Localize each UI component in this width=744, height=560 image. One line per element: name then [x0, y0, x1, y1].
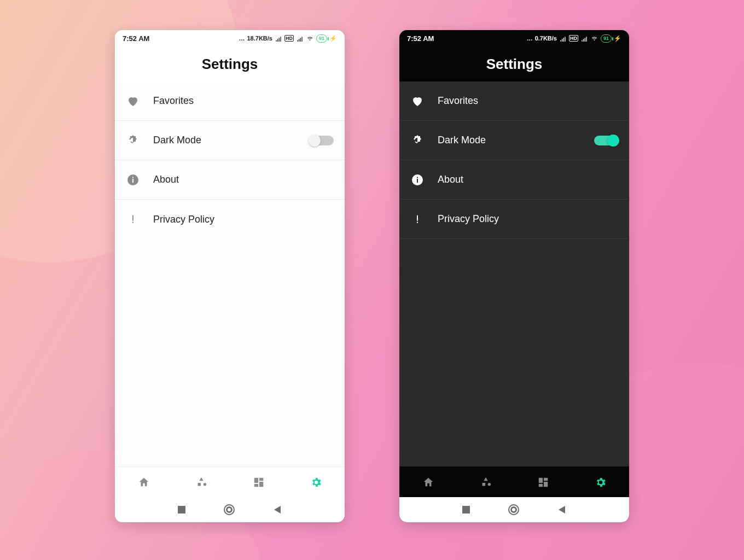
- row-label: Privacy Policy: [153, 214, 334, 225]
- signal-icon: [275, 35, 282, 42]
- dashboard-icon: [537, 476, 549, 488]
- row-label: Privacy Policy: [438, 213, 618, 225]
- charging-icon: ⚡: [329, 35, 337, 42]
- svg-rect-10: [462, 506, 470, 514]
- status-net: 18.7KB/s: [247, 35, 272, 42]
- back-icon[interactable]: [557, 505, 566, 514]
- settings-row-privacy[interactable]: Privacy Policy: [399, 200, 629, 239]
- row-label: Favorites: [438, 95, 618, 107]
- row-label: Dark Mode: [153, 135, 297, 146]
- settings-row-privacy[interactable]: Privacy Policy: [115, 200, 345, 239]
- row-label: About: [153, 174, 334, 185]
- wifi-icon: [306, 35, 314, 42]
- heart-icon: [410, 94, 425, 108]
- status-right: … 18.7KB/s HD 91 ⚡: [239, 34, 338, 43]
- back-icon[interactable]: [273, 505, 282, 514]
- nav-home[interactable]: [399, 476, 457, 488]
- info-icon: [126, 173, 140, 187]
- gear-icon: [595, 476, 607, 488]
- home-button-icon[interactable]: [224, 504, 235, 515]
- phone-light: 7:52 AM … 18.7KB/s HD 91 ⚡ Settings Favo…: [115, 30, 345, 522]
- signal-icon: [580, 35, 588, 42]
- nav-home[interactable]: [115, 476, 172, 488]
- system-nav: [399, 497, 629, 522]
- nav-category[interactable]: [457, 476, 514, 488]
- settings-row-favorites[interactable]: Favorites: [115, 81, 345, 121]
- battery-icon: 91: [316, 34, 327, 43]
- brightness-icon: [126, 133, 140, 148]
- brightness-icon: [410, 133, 425, 148]
- settings-row-about[interactable]: About: [399, 160, 629, 200]
- settings-list: Favorites Dark Mode About Privacy Policy: [399, 81, 629, 466]
- system-nav: [115, 497, 345, 522]
- row-label: About: [438, 174, 618, 185]
- home-icon: [138, 476, 150, 488]
- page-title: Settings: [115, 46, 345, 81]
- page-title: Settings: [399, 46, 629, 81]
- settings-row-dark-mode[interactable]: Dark Mode: [115, 121, 345, 160]
- recents-icon[interactable]: [462, 506, 470, 514]
- gear-icon: [310, 476, 322, 488]
- category-icon: [195, 476, 207, 488]
- priority-icon: [410, 212, 425, 226]
- svg-marker-11: [559, 506, 565, 514]
- dashboard-icon: [253, 476, 265, 488]
- wifi-icon: [590, 35, 598, 42]
- category-icon: [480, 476, 492, 488]
- settings-row-dark-mode[interactable]: Dark Mode: [399, 121, 629, 160]
- settings-row-favorites[interactable]: Favorites: [399, 81, 629, 121]
- status-time: 7:52 AM: [123, 34, 149, 43]
- status-bar: 7:52 AM … 18.7KB/s HD 91 ⚡: [115, 30, 345, 46]
- bottom-nav: [115, 466, 345, 497]
- settings-list: Favorites Dark Mode About Privacy Policy: [115, 81, 345, 466]
- bottom-nav: [399, 466, 629, 497]
- heart-icon: [126, 94, 140, 108]
- priority-icon: [126, 212, 140, 226]
- settings-row-about[interactable]: About: [115, 160, 345, 200]
- signal-icon: [559, 35, 567, 42]
- svg-marker-9: [274, 506, 281, 514]
- nav-dashboard[interactable]: [514, 476, 572, 488]
- info-icon: [410, 173, 425, 187]
- row-label: Favorites: [153, 95, 334, 107]
- dark-mode-toggle[interactable]: [310, 136, 334, 145]
- phones-container: 7:52 AM … 18.7KB/s HD 91 ⚡ Settings Favo…: [0, 0, 744, 522]
- home-icon: [422, 476, 434, 488]
- status-bar: 7:52 AM … 0.7KB/s HD 91 ⚡: [399, 30, 629, 46]
- charging-icon: ⚡: [614, 35, 621, 42]
- status-right: … 0.7KB/s HD 91 ⚡: [527, 34, 621, 43]
- phone-dark: 7:52 AM … 0.7KB/s HD 91 ⚡ Settings Favor…: [399, 30, 629, 522]
- svg-rect-8: [178, 506, 185, 514]
- nav-settings[interactable]: [287, 476, 345, 488]
- nav-settings[interactable]: [572, 476, 629, 488]
- status-net: 0.7KB/s: [535, 35, 557, 42]
- recents-icon[interactable]: [178, 506, 185, 514]
- dark-mode-toggle[interactable]: [594, 136, 618, 145]
- signal-icon: [296, 35, 304, 42]
- home-button-icon[interactable]: [508, 504, 519, 515]
- battery-icon: 91: [601, 34, 612, 43]
- nav-dashboard[interactable]: [230, 476, 287, 488]
- nav-category[interactable]: [172, 476, 230, 488]
- row-label: Dark Mode: [438, 135, 581, 146]
- status-time: 7:52 AM: [407, 34, 434, 43]
